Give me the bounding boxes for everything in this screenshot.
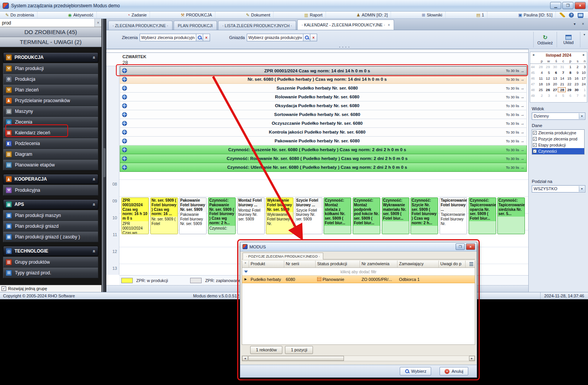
column-header-uwagi-do-p[interactable]: Uwagi do p bbox=[439, 261, 466, 268]
event-card[interactable]: Czynność: Tapicerowanie oparcia Nr. ser.… bbox=[469, 197, 496, 234]
scrollbar-thumb[interactable] bbox=[248, 356, 344, 361]
event-card[interactable]: Tapicerowanie Fotel biurowy ...Tapicerow… bbox=[440, 197, 467, 234]
tab-kalendarz-zlecenia-produkcyjne[interactable]: · KALENDARZ - ZLECENIA PRODUKCYJNE ·× bbox=[297, 20, 394, 30]
prev-month-icon[interactable]: ◄ bbox=[532, 52, 535, 58]
help-icon[interactable]: ? bbox=[569, 13, 574, 18]
mini-calendar-day[interactable]: 30 bbox=[551, 65, 558, 69]
mini-calendar-today[interactable]: 28 bbox=[558, 88, 565, 92]
mini-calendar-day[interactable]: 17 bbox=[580, 76, 587, 80]
menu-item-słowniki[interactable]: ⊞Słowniki bbox=[419, 11, 446, 18]
event-card[interactable]: Czynność: Montaż podpórek pod łokcie Nr.… bbox=[353, 197, 380, 234]
mini-calendar-day[interactable]: 15 bbox=[565, 76, 573, 80]
splitter-handle[interactable] bbox=[103, 148, 106, 177]
allday-event[interactable]: Kontrola jakości Pudełko herbaty Nr. ser… bbox=[120, 128, 527, 137]
mini-calendar-day[interactable]: 8 bbox=[580, 93, 587, 98]
sidebar-item-typy-gniazd-prod[interactable]: ⊞Typy gniazd prod. bbox=[3, 268, 98, 278]
allday-event[interactable]: Nr. ser. 6080 ( Pudełko herbaty ) Czas w… bbox=[120, 75, 527, 84]
mini-calendar-day[interactable]: 2 bbox=[573, 65, 580, 69]
column-header-nr-zamówienia[interactable]: Nr zamówienia bbox=[360, 261, 397, 268]
scroll-left-icon[interactable]: ◄ bbox=[242, 356, 248, 361]
gniazda-search-button[interactable] bbox=[303, 34, 310, 41]
mini-calendar-day[interactable]: 6 bbox=[565, 93, 573, 98]
menu-item-paulina-id-51[interactable]: ▣Paulina [ID: 51] bbox=[515, 11, 556, 18]
sidebar-item-plan-zleceń[interactable]: ⚒Plan zleceń bbox=[3, 85, 98, 95]
mini-calendar-day[interactable]: 21 bbox=[558, 82, 565, 86]
allday-event[interactable]: Sortowanie Pudełko herbaty Nr. ser. 6080… bbox=[120, 110, 527, 119]
menu-item-produkcja[interactable]: ⚒PRODUKCJA bbox=[178, 11, 215, 18]
allday-event[interactable]: Oksydacja Pudełko herbaty Nr. ser. 6080T… bbox=[120, 101, 527, 110]
scroll-right-icon[interactable]: ► bbox=[469, 356, 475, 361]
mini-calendar-day[interactable]: 9 bbox=[573, 70, 580, 75]
mini-calendar-day[interactable]: 26 bbox=[544, 88, 551, 92]
next-month-icon[interactable]: ► bbox=[582, 52, 585, 58]
todo-header[interactable]: DO ZROBIENIA (45) bbox=[0, 27, 101, 37]
mini-calendar-day[interactable]: 2 bbox=[537, 93, 544, 98]
sidebar-item-maszyny[interactable]: ▤Maszyny bbox=[3, 106, 98, 117]
event-card[interactable]: Czynność: Tapicerowanie siedziska Nr. se… bbox=[497, 197, 525, 234]
allday-event[interactable]: Czynność: Suszenie Nr. ser. 6080 ( Pudeł… bbox=[120, 145, 527, 154]
mini-calendar-day[interactable]: 3 bbox=[580, 65, 587, 69]
menu-item-1[interactable]: ▤1 bbox=[473, 11, 488, 18]
tab-zlecenia-produkcyjne[interactable]: · ZLECENIA PRODUKCYJNE · bbox=[108, 21, 173, 30]
column-chooser-button[interactable] bbox=[466, 261, 475, 268]
event-card[interactable]: Montaż Fotel biurowy ...Montaż Fotel biu… bbox=[237, 197, 265, 234]
sidebar-item-diagram[interactable]: ▥Diagram bbox=[3, 149, 98, 160]
column-header-status-produkcji[interactable]: Status produkcji bbox=[316, 261, 360, 268]
sidebar-group-aps[interactable]: ▦APS« bbox=[3, 199, 98, 209]
allday-event[interactable]: Suszenie Pudełko herbaty Nr. ser. 6080To… bbox=[120, 84, 527, 93]
maximize-button[interactable]: ❐ bbox=[562, 2, 573, 9]
dane-item-zlecenia-produkcyjne[interactable]: ✓Zlecenia produkcyjne bbox=[532, 130, 584, 136]
mini-calendar-day[interactable]: 14 bbox=[558, 76, 565, 80]
mini-calendar-day[interactable]: 16 bbox=[573, 76, 580, 80]
wybierz-button[interactable]: Wybierz bbox=[400, 367, 432, 375]
widok-select[interactable]: Dzienny ▾ bbox=[532, 113, 585, 120]
dialog-maximize-button[interactable]: ❐ bbox=[456, 243, 465, 250]
mini-calendar-day[interactable]: 20 bbox=[551, 82, 558, 86]
minimize-button[interactable]: ▁ bbox=[550, 2, 561, 9]
dane-item-pozycje-zlecenia-prod[interactable]: ✓Pozycje zlecenia prod bbox=[532, 136, 584, 142]
allday-event[interactable]: Pakowanie Pudełko herbaty Nr. ser. 6080T… bbox=[120, 137, 527, 145]
sidebar-item-plan-produkcji-gniazd[interactable]: ▦Plan produkcji gniazd bbox=[3, 221, 98, 232]
clear-search-icon[interactable]: × bbox=[94, 19, 101, 27]
sidebar-item-plan-produkcji[interactable]: ⚒Plan produkcji bbox=[3, 63, 98, 74]
column-header-zamawiający[interactable]: Zamawiający bbox=[397, 261, 439, 268]
sidebar-group-technologie[interactable]: ◎TECHNOLOGIE« bbox=[3, 246, 98, 256]
mini-calendar-day[interactable]: 22 bbox=[565, 82, 573, 86]
mini-calendar-day[interactable]: 5 bbox=[558, 93, 565, 98]
records-count-button[interactable]: 1 rekordów bbox=[250, 346, 282, 354]
mini-calendar-day[interactable]: 1 bbox=[580, 88, 587, 92]
zlecenia-input[interactable] bbox=[140, 34, 196, 41]
positions-count-button[interactable]: 1 pozycji bbox=[285, 346, 313, 354]
mini-calendar-day[interactable]: 5 bbox=[544, 70, 551, 75]
dropdown-icon[interactable]: ▾ bbox=[579, 113, 585, 119]
allday-event[interactable]: Czynność: Rolowanie Nr. ser. 6080 ( Pude… bbox=[120, 154, 527, 163]
mini-calendar-day[interactable]: 10 bbox=[580, 70, 587, 75]
dane-item-czynności[interactable]: ✓Czynności bbox=[532, 148, 584, 154]
sidebar-group-produkcja[interactable]: ⚒PRODUKCJA« bbox=[3, 52, 98, 62]
mini-calendar-day[interactable]: 13 bbox=[551, 76, 558, 80]
collapse-chevron-icon[interactable]: « bbox=[91, 250, 97, 252]
mini-calendar-day[interactable]: 24 bbox=[580, 82, 587, 86]
expand-one-group-checkbox[interactable]: ✓ bbox=[2, 286, 6, 291]
mini-calendar-day[interactable]: 8 bbox=[565, 70, 573, 75]
allday-event[interactable]: Czynność: Utlenianie Nr. ser. 6080 ( Pud… bbox=[120, 163, 527, 172]
close-tabs-icon[interactable]: × bbox=[580, 21, 586, 27]
mini-calendar-day[interactable]: 25 bbox=[537, 88, 544, 92]
refresh-button[interactable]: ↻ Odśwież bbox=[535, 31, 555, 48]
monitor-icon[interactable] bbox=[578, 13, 583, 17]
event-card[interactable]: Czynność: Wykrawanie materiału Nr. ser. … bbox=[382, 197, 409, 234]
event-card[interactable]: Szycie Fotel biurowy ...Szycie Fotel biu… bbox=[295, 197, 323, 234]
mini-calendar-day[interactable]: 7 bbox=[558, 70, 565, 75]
grid-filter-row[interactable]: kliknij aby dodać filtr bbox=[242, 268, 475, 276]
layout-dropdown-icon[interactable]: ▾ bbox=[581, 31, 587, 48]
mini-calendar-day[interactable]: 30 bbox=[573, 88, 580, 92]
sidebar-item-planowanie-etapów[interactable]: ▤Planowanie etapów bbox=[3, 160, 98, 170]
sidebar-item-przydzielanie-pracowników[interactable]: ♟Przydzielanie pracowników bbox=[3, 95, 98, 106]
mini-calendar-day[interactable]: 3 bbox=[544, 93, 551, 98]
checkbox-icon[interactable]: ✓ bbox=[533, 143, 537, 147]
event-card[interactable]: Czynność: Montaż stelaża z kółkami Nr. s… bbox=[324, 197, 351, 234]
mini-calendar-day[interactable]: 4 bbox=[537, 70, 544, 75]
close-button[interactable]: × bbox=[575, 2, 586, 9]
event-card[interactable]: Czynność: Szycie Nr. ser. 5909 ( Fotel b… bbox=[410, 197, 438, 234]
dropdown-icon[interactable]: ▾ bbox=[579, 186, 585, 192]
